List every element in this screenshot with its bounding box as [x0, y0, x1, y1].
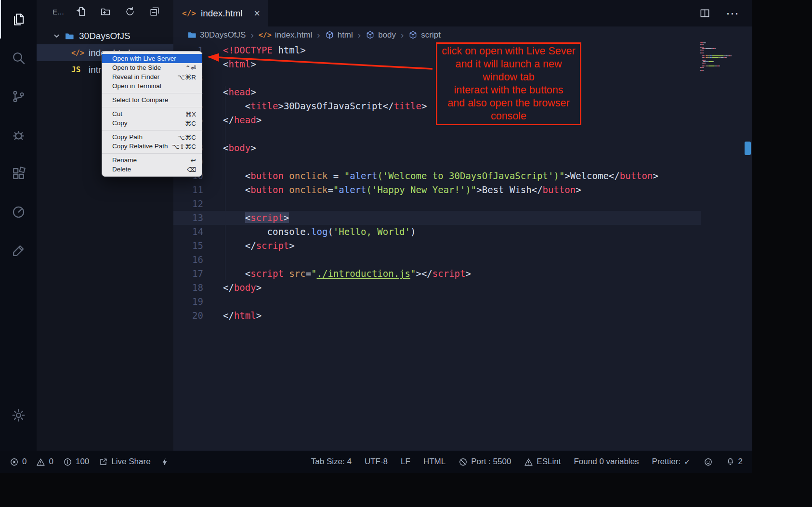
new-folder-icon[interactable]: [100, 6, 111, 17]
status-info-count[interactable]: 100: [63, 457, 89, 467]
explorer-actions: [76, 6, 160, 17]
scrollbar-marker[interactable]: [745, 142, 751, 155]
annotation-line: console: [437, 110, 580, 123]
status-notifications[interactable]: 2: [726, 457, 743, 467]
code-line-20[interactable]: 20</html>: [173, 309, 701, 323]
status-prettier[interactable]: Prettier:✓: [652, 457, 691, 467]
breadcrumb-label: html: [338, 30, 353, 40]
menu-item-copy-path[interactable]: Copy Path⌥⌘C: [102, 132, 202, 142]
activity-settings[interactable]: [0, 396, 37, 434]
menu-item-label: Rename: [112, 156, 137, 164]
activity-source-control[interactable]: [0, 77, 37, 116]
tree-root-folder[interactable]: 30DaysOfJS: [37, 27, 173, 44]
status-encoding[interactable]: UTF-8: [365, 457, 388, 467]
info-icon: [63, 457, 72, 467]
menu-item-reveal-in-finder[interactable]: Reveal in Finder⌥⌘R: [102, 72, 202, 81]
status-tab-size[interactable]: Tab Size: 4: [311, 457, 352, 467]
menu-item-label: Reveal in Finder: [112, 73, 159, 80]
cube-icon: [325, 30, 334, 39]
editor-actions: ⋯: [699, 0, 752, 26]
menu-item-rename[interactable]: Rename↩: [102, 156, 202, 165]
menu-shortcut: ⌘C: [185, 119, 196, 127]
status-port[interactable]: Port : 5500: [458, 457, 511, 467]
line-content: <html>: [223, 57, 256, 71]
menu-separator: [102, 153, 202, 154]
status-bar: 00100Live Share Tab Size: 4UTF-8LFHTMLPo…: [0, 451, 752, 473]
menu-item-open-to-the-side[interactable]: Open to the Side⌃⏎: [102, 63, 202, 72]
status-variables[interactable]: Found 0 variables: [574, 457, 639, 467]
port-icon: [458, 457, 468, 467]
code-line-13[interactable]: 13 <script>: [173, 211, 701, 225]
code-line-16[interactable]: 16: [173, 253, 701, 267]
menu-item-copy[interactable]: Copy⌘C: [102, 118, 202, 128]
activity-explorer[interactable]: [0, 0, 37, 39]
menu-shortcut: ↩: [191, 156, 196, 164]
status-text: Tab Size: 4: [311, 457, 352, 467]
menu-item-delete[interactable]: Delete⌫: [102, 165, 202, 174]
breadcrumb-index-html[interactable]: </>index.html: [259, 30, 313, 40]
breadcrumb-body[interactable]: body: [366, 30, 396, 40]
status-language-mode[interactable]: HTML: [423, 457, 445, 467]
code-line-17[interactable]: 17 <script src="./introduction.js"></scr…: [173, 267, 701, 281]
breadcrumb-label: script: [421, 30, 441, 40]
code-line-18[interactable]: 18</body>: [173, 281, 701, 295]
refresh-icon[interactable]: [125, 6, 135, 17]
status-feedback[interactable]: [704, 457, 713, 467]
tab-index-html[interactable]: </> index.html ×: [173, 0, 268, 26]
code-line-12[interactable]: 12: [173, 197, 701, 211]
collapse-all-icon[interactable]: [149, 6, 160, 17]
activity-extensions[interactable]: [0, 154, 37, 193]
breadcrumb-separator: ›: [401, 30, 404, 40]
line-content: </body>: [223, 281, 262, 295]
line-number: 11: [173, 183, 203, 197]
status-live-share[interactable]: Live Share: [99, 457, 150, 467]
code-line-7[interactable]: 7: [173, 127, 701, 141]
status-text: Live Share: [111, 457, 150, 467]
menu-item-open-with-live-server[interactable]: Open with Live Server: [102, 54, 202, 63]
new-file-icon[interactable]: [76, 6, 86, 17]
code-icon: </>: [259, 31, 272, 39]
cube-icon: [408, 30, 418, 39]
activity-edit-tool[interactable]: [0, 231, 37, 270]
activity-timer-tool[interactable]: [0, 193, 37, 231]
live-share-icon: [99, 457, 108, 467]
status-eslint[interactable]: ESLint: [524, 457, 561, 467]
minimap[interactable]: [700, 42, 744, 71]
ellipsis-icon[interactable]: ⋯: [726, 6, 739, 21]
status-eol[interactable]: LF: [401, 457, 410, 467]
annotation-line: and it will launch a new: [437, 58, 580, 71]
status-text: 0: [22, 457, 26, 467]
root-folder-label: 30DaysOfJS: [79, 31, 131, 41]
code-line-10[interactable]: 10 <button onclick = "alert('Welcome to …: [173, 169, 701, 183]
menu-item-select-for-compare[interactable]: Select for Compare: [102, 95, 202, 104]
status-warnings[interactable]: 0: [36, 457, 53, 467]
code-line-14[interactable]: 14 console.log('Hello, World'): [173, 225, 701, 239]
menu-item-cut[interactable]: Cut⌘X: [102, 109, 202, 118]
code-line-8[interactable]: 8<body>: [173, 141, 701, 155]
split-editor-icon[interactable]: [699, 8, 710, 19]
code-line-15[interactable]: 15 </script>: [173, 239, 701, 253]
activity-run-and-debug[interactable]: [0, 116, 37, 154]
files-icon: [11, 12, 26, 27]
gear-icon: [11, 408, 26, 423]
context-menu: Open with Live ServerOpen to the Side⌃⏎R…: [102, 51, 202, 177]
menu-item-open-in-terminal[interactable]: Open in Terminal: [102, 81, 202, 91]
debug-icon: [11, 128, 26, 143]
line-number: 17: [173, 267, 203, 281]
code-line-11[interactable]: 11 <button onclick="alert('Happy New Yea…: [173, 183, 701, 197]
menu-shortcut: ⌫: [187, 166, 196, 173]
breadcrumb-30daysofjs[interactable]: 30DaysOfJS: [187, 30, 246, 40]
status-errors[interactable]: 0: [10, 457, 26, 467]
menu-item-copy-relative-path[interactable]: Copy Relative Path⌥⇧⌘C: [102, 142, 202, 151]
line-content: <script>: [223, 211, 289, 225]
activity-search[interactable]: [0, 39, 37, 77]
line-content: </script>: [223, 239, 295, 253]
breadcrumb-html[interactable]: html: [325, 30, 353, 40]
code-line-9[interactable]: 9: [173, 155, 701, 169]
code-line-19[interactable]: 19: [173, 295, 701, 309]
explorer-header: E...: [37, 0, 173, 23]
breadcrumb-script[interactable]: script: [408, 30, 441, 40]
status-text: Found 0 variables: [574, 457, 639, 467]
close-tab-icon[interactable]: ×: [254, 8, 260, 19]
status-lightning[interactable]: [160, 457, 170, 467]
